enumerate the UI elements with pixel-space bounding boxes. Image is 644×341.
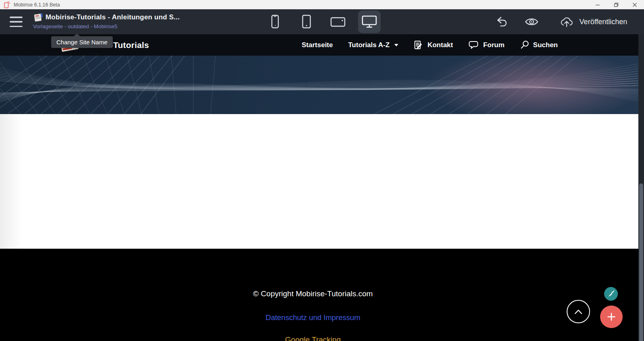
close-button[interactable] [625, 0, 644, 9]
content-section: Codegenerierung Ja, ich kann JavaScript-… [0, 114, 644, 249]
hero-banner[interactable] [0, 56, 644, 114]
restore-button[interactable] [607, 0, 625, 9]
window-title: Mobirise 6.1.16 Beta [14, 2, 60, 8]
privacy-link[interactable]: Datenschutz und Impressum [0, 313, 626, 322]
copyright-text: © Copyright Mobirise-Tutorials.com [0, 289, 626, 298]
site-logo-icon [33, 12, 44, 23]
mobirise-app-icon [3, 1, 10, 8]
change-site-name-tooltip: Change Site Name [51, 36, 113, 48]
chevron-down-icon [394, 44, 398, 46]
google-tracking-link[interactable]: Google Tracking [0, 335, 626, 341]
purple-glow [427, 56, 644, 114]
document-pencil-icon [414, 40, 423, 50]
device-tablet-portrait-button[interactable] [295, 10, 318, 33]
site-name-button[interactable]: Mobirise-Tutorials - Anleitungen und S..… [32, 11, 185, 33]
os-titlebar: Mobirise 6.1.16 Beta [0, 0, 644, 9]
scrollbar-thumb[interactable] [639, 183, 643, 341]
style-brush-button[interactable] [604, 287, 618, 301]
site-footer: © Copyright Mobirise-Tutorials.com Daten… [0, 249, 644, 341]
device-tablet-landscape-button[interactable] [327, 10, 349, 33]
add-block-button[interactable] [600, 306, 623, 328]
nav-item-kontakt[interactable]: Kontakt [414, 40, 453, 50]
main-menu-button[interactable] [10, 17, 23, 27]
brush-icon [607, 290, 615, 298]
publish-button[interactable]: Veröffentlichen [551, 9, 636, 34]
site-nav-menu: Startseite Tutorials A-Z Kontakt [302, 34, 558, 56]
plus-icon [606, 311, 617, 322]
undo-button[interactable] [495, 9, 511, 34]
minimize-button[interactable] [588, 0, 607, 9]
publish-label: Veröffentlichen [580, 18, 627, 26]
mobirise-app-window: Mobirise 6.1.16 Beta [0, 0, 644, 341]
site-title: Mobirise-Tutorials - Anleitungen und S..… [46, 13, 180, 21]
device-preview-switcher [264, 10, 381, 33]
device-desktop-button[interactable] [358, 10, 381, 33]
chevron-up-icon [572, 307, 584, 316]
device-mobile-button[interactable] [264, 10, 286, 33]
magnifier-icon [520, 40, 529, 50]
nav-item-forum[interactable]: Forum [468, 40, 505, 50]
nav-item-tutorials[interactable]: Tutorials A-Z [348, 41, 398, 49]
scroll-to-top-button[interactable] [567, 300, 590, 323]
nav-item-suchen[interactable]: Suchen [520, 40, 558, 50]
chat-bubble-icon [468, 40, 479, 50]
preview-eye-button[interactable] [524, 9, 540, 34]
nav-item-startseite[interactable]: Startseite [302, 41, 333, 49]
site-subtitle: Vorlageseite - outdated - Mobirise5 [33, 23, 117, 29]
app-toolbar: Mobirise-Tutorials - Anleitungen und S..… [0, 9, 644, 34]
scrollbar-track[interactable] [638, 34, 644, 341]
cloud-upload-icon [559, 16, 574, 28]
